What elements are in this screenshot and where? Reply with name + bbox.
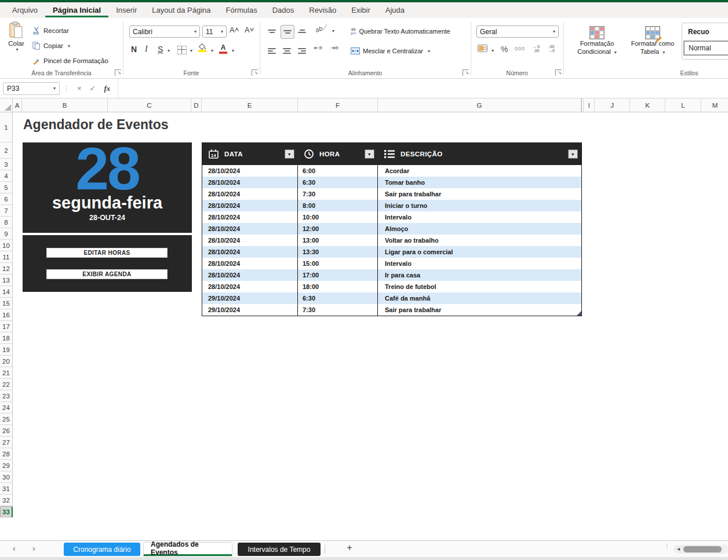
chevron-down-icon[interactable]: ▾ xyxy=(211,48,213,53)
column-header-b[interactable]: B xyxy=(22,98,108,112)
row-header-2[interactable]: 2 xyxy=(0,142,13,159)
cell-date[interactable]: 28/10/2024 xyxy=(202,269,298,281)
chevron-down-icon[interactable]: ▾ xyxy=(232,48,234,53)
formula-bar-splitter[interactable]: ⋮ xyxy=(63,85,70,92)
cell-date[interactable]: 29/10/2024 xyxy=(202,292,298,304)
row-header-9[interactable]: 9 xyxy=(0,228,13,240)
conditional-formatting-button[interactable]: Formatação Condicional ▾ xyxy=(570,23,624,57)
row-header-28[interactable]: 28 xyxy=(0,448,13,460)
row-header-16[interactable]: 16 xyxy=(0,309,13,321)
cell-hora[interactable]: 13:00 xyxy=(298,235,378,246)
row-header-1[interactable]: 1 xyxy=(0,112,13,142)
chevron-down-icon[interactable]: ▾ xyxy=(168,48,170,53)
enter-icon[interactable]: ✓ xyxy=(90,84,96,93)
cell-date[interactable]: 28/10/2024 xyxy=(202,281,298,292)
scrollbar-thumb[interactable] xyxy=(683,546,722,552)
align-top-button[interactable] xyxy=(265,25,278,38)
row-header-33[interactable]: 33 xyxy=(0,506,13,518)
cell-hora[interactable]: 8:00 xyxy=(298,200,378,211)
column-header-i[interactable]: I xyxy=(584,98,595,112)
cell-descricao[interactable]: Voltar ao trabalho xyxy=(378,235,581,246)
menu-tab-ajuda[interactable]: Ajuda xyxy=(378,3,412,17)
select-all-corner[interactable] xyxy=(0,98,13,112)
edit-hours-button[interactable]: EDITAR HORAS xyxy=(46,248,168,258)
cell-descricao[interactable]: Ligar para o comercial xyxy=(378,246,581,258)
font-color-button[interactable]: A xyxy=(219,43,227,54)
cell-descricao[interactable]: Intervalo xyxy=(378,258,581,269)
row-header-6[interactable]: 6 xyxy=(0,193,13,205)
menu-tab-revis-o[interactable]: Revisão xyxy=(301,3,344,17)
cell-date[interactable]: 28/10/2024 xyxy=(202,188,298,200)
dialog-launcher-icon[interactable]: ↘ xyxy=(252,69,258,76)
cell-date[interactable]: 28/10/2024 xyxy=(202,235,298,246)
underline-button[interactable]: S xyxy=(158,45,163,54)
column-header-d[interactable]: D xyxy=(191,98,202,112)
align-left-button[interactable] xyxy=(265,45,278,57)
italic-button[interactable]: I xyxy=(145,45,148,54)
table-resize-handle[interactable] xyxy=(577,311,581,316)
align-bottom-button[interactable] xyxy=(296,25,308,38)
row-header-19[interactable]: 19 xyxy=(0,344,13,356)
chevron-down-icon[interactable]: ▾ xyxy=(332,28,334,34)
row-header-4[interactable]: 4 xyxy=(0,170,13,182)
cell-style-normal[interactable]: Normal xyxy=(683,41,728,56)
insert-function-icon[interactable]: fx xyxy=(104,84,111,93)
cell-hora[interactable]: 15:00 xyxy=(298,258,378,269)
menu-tab-f-rmulas[interactable]: Fórmulas xyxy=(219,3,265,17)
borders-button[interactable] xyxy=(177,46,187,54)
orientation-button[interactable]: ab⟋ xyxy=(314,23,327,34)
cut-button[interactable]: Recortar xyxy=(32,24,69,37)
merge-center-button[interactable]: Mesclar e Centralizar ▾ xyxy=(351,45,430,57)
row-header-21[interactable]: 21 xyxy=(0,367,13,379)
column-header-g[interactable]: G xyxy=(378,98,581,112)
cell-styles-gallery[interactable]: Recuo Normal xyxy=(682,23,728,60)
fill-color-button[interactable] xyxy=(198,43,206,52)
sheet-canvas[interactable]: Agendador de Eventos 28 segunda-feira 28… xyxy=(13,112,728,540)
column-header-a[interactable]: A xyxy=(13,98,22,112)
cell-date[interactable]: 29/10/2024 xyxy=(202,304,298,316)
table-row[interactable]: 28/10/202415:00Intervalo xyxy=(202,258,581,269)
add-sheet-button[interactable]: + xyxy=(343,543,356,553)
formula-input[interactable] xyxy=(118,79,728,98)
show-agenda-button[interactable]: EXIBIR AGENDA xyxy=(46,269,168,279)
row-header-3[interactable]: 3 xyxy=(0,159,13,170)
menu-tab-dados[interactable]: Dados xyxy=(265,3,302,17)
paste-button[interactable]: Colar ▾ xyxy=(5,21,28,75)
shrink-font-button[interactable]: A˅ xyxy=(245,25,254,34)
row-header-22[interactable]: 22 xyxy=(0,379,13,390)
table-row[interactable]: 28/10/202418:00Treino de futebol xyxy=(202,281,581,292)
sheet-tab-agendados-de-eventos[interactable]: Agendados de Eventos xyxy=(144,543,232,556)
sheet-nav-right-icon[interactable]: › xyxy=(32,544,35,553)
table-row[interactable]: 28/10/202417:00Ir para casa xyxy=(202,269,581,281)
font-family-select[interactable]: Calibri ▾ xyxy=(129,25,200,38)
row-header-5[interactable]: 5 xyxy=(0,182,13,193)
cell-hora[interactable]: 13:30 xyxy=(298,246,378,258)
cell-style-recuo[interactable]: Recuo xyxy=(682,23,728,41)
cell-date[interactable]: 28/10/2024 xyxy=(202,258,298,269)
menu-tab-exibir[interactable]: Exibir xyxy=(344,3,378,17)
row-header-8[interactable]: 8 xyxy=(0,217,13,228)
table-row[interactable]: 29/10/20247:30Sair para trabalhar xyxy=(202,304,581,316)
chevron-down-icon[interactable]: ▾ xyxy=(190,48,192,53)
horizontal-scrollbar[interactable]: ◂ xyxy=(674,545,728,554)
table-row[interactable]: 28/10/20246:00Acordar xyxy=(202,165,581,177)
column-header-c[interactable]: C xyxy=(108,98,191,112)
increase-decimal-button[interactable]: ←0 .00 xyxy=(533,45,540,53)
cell-descricao[interactable]: Iniciar o turno xyxy=(378,200,581,211)
cell-hora[interactable]: 18:00 xyxy=(298,281,378,292)
row-header-30[interactable]: 30 xyxy=(0,471,13,483)
cell-hora[interactable]: 7:30 xyxy=(298,188,378,200)
font-size-select[interactable]: 11 ▾ xyxy=(202,25,227,38)
row-header-25[interactable]: 25 xyxy=(0,413,13,425)
row-header-18[interactable]: 18 xyxy=(0,332,13,344)
filter-button[interactable]: ▼ xyxy=(285,149,294,159)
cell-descricao[interactable]: Café da manhã xyxy=(378,292,581,304)
row-header-24[interactable]: 24 xyxy=(0,402,13,413)
bold-button[interactable]: N xyxy=(131,45,137,54)
cell-descricao[interactable]: Sair para trabalhar xyxy=(378,188,581,200)
align-middle-button[interactable] xyxy=(281,25,294,39)
table-row[interactable]: 28/10/20248:00Iniciar o turno xyxy=(202,200,581,211)
percent-button[interactable]: % xyxy=(501,45,508,54)
column-header-k[interactable]: K xyxy=(630,98,665,112)
row-headers[interactable]: 1234567891011121314151617181920212223242… xyxy=(0,112,13,518)
